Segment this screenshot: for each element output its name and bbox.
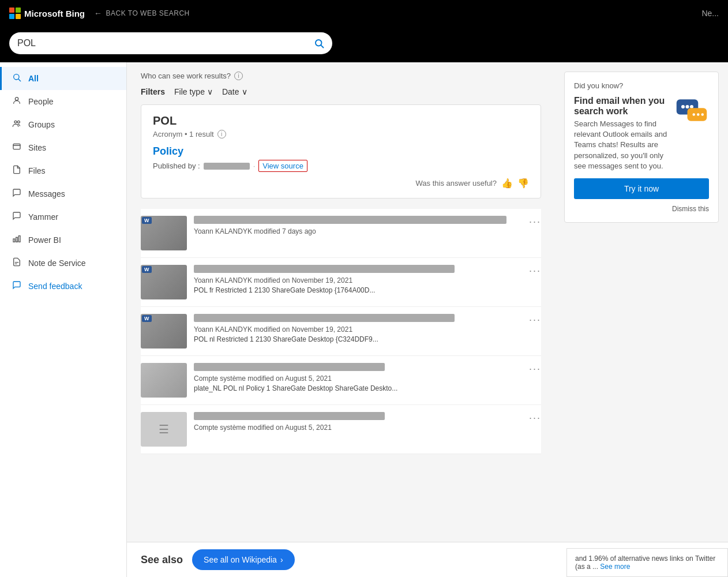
logo-text: Microsoft Bing — [24, 9, 85, 18]
wikipedia-snippet: and 1.96% of alternative news links on T… — [566, 548, 728, 577]
dyk-content: Find email when you search work Search M… — [574, 96, 709, 171]
search-box[interactable] — [9, 32, 332, 54]
svg-point-19 — [693, 113, 696, 116]
try-it-now-button[interactable]: Try it now — [574, 178, 709, 199]
svg-line-3 — [18, 79, 21, 81]
feedback-icon — [11, 280, 22, 292]
svg-point-20 — [697, 113, 700, 116]
sidebar-item-send-feedback-label: Send feedback — [28, 282, 82, 291]
word-badge: W — [142, 217, 152, 224]
sidebar-item-note-de-service[interactable]: Note de Service — [0, 252, 126, 275]
result-snippet: POL nl Restricted 1 2130 ShareGate Deskt… — [194, 335, 541, 343]
sidebar-item-sites[interactable]: Sites — [0, 136, 126, 159]
svg-point-15 — [681, 105, 685, 108]
result-title-blurred — [194, 314, 455, 322]
yammer-icon — [11, 211, 22, 223]
result-more-button[interactable]: ··· — [529, 363, 541, 375]
thumbs-down-button[interactable]: 👎 — [517, 178, 529, 189]
file-type-chevron-icon: ∨ — [207, 87, 213, 96]
dyk-body: Search Messages to find relevant Outlook… — [574, 119, 667, 171]
thumbs-up-button[interactable]: 👍 — [501, 178, 513, 189]
view-source-button[interactable]: View source — [258, 160, 307, 172]
date-chevron-icon: ∨ — [242, 87, 247, 96]
topbar: Microsoft Bing ← BACK TO WEB SEARCH Ne..… — [0, 0, 728, 27]
sidebar-item-messages[interactable]: Messages — [0, 182, 126, 205]
result-meta: Yoann KALANDYK modified on November 19, … — [194, 276, 541, 284]
acronym-info-icon[interactable]: i — [217, 130, 226, 138]
see-all-wiki-label: See all on Wikipedia — [204, 555, 277, 564]
dismiss-link[interactable]: Dismiss this — [574, 205, 709, 213]
svg-rect-7 — [13, 144, 20, 149]
sidebar-item-yammer[interactable]: Yammer — [0, 205, 126, 228]
result-item: W Yoann KALANDYK modified on November 19… — [141, 307, 541, 356]
result-more-button[interactable]: ··· — [529, 265, 541, 277]
svg-rect-11 — [18, 236, 20, 242]
result-more-button[interactable]: ··· — [529, 314, 541, 326]
sidebar-item-people[interactable]: People — [0, 90, 126, 113]
result-snippet: plate_NL POL nl Policy 1 ShareGate Deskt… — [194, 384, 541, 392]
topbar-user: Ne... — [701, 9, 719, 18]
date-filter[interactable]: Date ∨ — [222, 87, 247, 96]
logo: Microsoft Bing — [9, 8, 85, 19]
result-more-button[interactable]: ··· — [529, 216, 541, 228]
result-meta: Compte système modified on August 5, 202… — [194, 374, 541, 383]
svg-point-17 — [690, 105, 693, 108]
search-button[interactable] — [314, 38, 324, 48]
see-more-link[interactable]: See more — [600, 563, 630, 571]
who-can-see-text: Who can see work results? — [141, 72, 231, 80]
result-thumbnail-inner — [141, 363, 187, 398]
result-meta: Compte système modified on August 5, 202… — [194, 424, 541, 432]
result-title-blurred — [194, 265, 455, 273]
right-panel: Did you know? Find email when you search… — [555, 62, 728, 577]
info-icon[interactable]: i — [234, 72, 243, 80]
sidebar-item-groups[interactable]: Groups — [0, 113, 126, 136]
useful-question: Was this answer useful? — [416, 179, 497, 188]
sidebar-item-yammer-label: Yammer — [28, 212, 58, 222]
filters-row: Filters File type ∨ Date ∨ — [141, 87, 541, 96]
groups-icon — [11, 119, 22, 130]
acronym-result: Policy Published by : · View source — [153, 145, 529, 172]
acronym-def-link[interactable]: Policy — [153, 145, 183, 157]
note-icon — [11, 257, 22, 269]
see-all-wikipedia-button[interactable]: See all on Wikipedia › — [192, 549, 295, 570]
result-title-blurred — [194, 363, 385, 371]
acronym-meta: Acronym • 1 result i — [153, 130, 529, 138]
files-icon — [11, 165, 22, 177]
result-body: Yoann KALANDYK modified 7 days ago — [194, 216, 541, 235]
sidebar-item-power-bi-label: Power BI — [28, 235, 61, 245]
svg-point-21 — [701, 113, 704, 116]
file-type-filter[interactable]: File type ∨ — [174, 87, 213, 96]
sidebar-item-files-label: Files — [28, 166, 46, 175]
result-title-blurred — [194, 216, 506, 224]
sidebar-item-all[interactable]: All — [0, 67, 126, 90]
did-you-know-title: Did you know? — [574, 81, 709, 90]
power-bi-icon — [11, 234, 22, 246]
searchbar-row — [0, 27, 728, 62]
result-item: W Yoann KALANDYK modified on November 19… — [141, 258, 541, 307]
search-input[interactable] — [17, 38, 314, 48]
back-to-web-search-link[interactable]: ← BACK TO WEB SEARCH — [94, 9, 190, 18]
did-you-know-card: Did you know? Find email when you search… — [564, 72, 719, 223]
result-snippet: POL fr Restricted 1 2130 ShareGate Deskt… — [194, 286, 541, 294]
chat-bubbles-icon — [674, 96, 709, 127]
result-item: ☰ Compte système modified on August 5, 2… — [141, 405, 541, 454]
who-can-see: Who can see work results? i — [141, 72, 541, 80]
published-by-name — [204, 163, 250, 170]
see-also-bar: See also See all on Wikipedia › and 1.96… — [127, 542, 728, 577]
filters-label: Filters — [141, 87, 165, 96]
svg-point-4 — [15, 98, 18, 100]
sidebar-item-note-de-service-label: Note de Service — [28, 258, 86, 268]
dyk-heading: Find email when you search work — [574, 96, 667, 117]
result-meta: Yoann KALANDYK modified on November 19, … — [194, 325, 541, 334]
search-icon — [11, 73, 22, 84]
sidebar-item-send-feedback[interactable]: Send feedback — [0, 275, 126, 298]
sites-icon — [11, 142, 22, 153]
result-more-button[interactable]: ··· — [529, 412, 541, 424]
svg-rect-10 — [16, 237, 18, 242]
sidebar-item-groups-label: Groups — [28, 120, 55, 129]
wiki-snippet-text: and 1.96% of alternative news links on T… — [575, 554, 715, 571]
sidebar-item-power-bi[interactable]: Power BI — [0, 228, 126, 252]
result-body: Compte système modified on August 5, 202… — [194, 412, 541, 432]
sidebar-item-files[interactable]: Files — [0, 159, 126, 182]
svg-point-6 — [17, 121, 20, 123]
